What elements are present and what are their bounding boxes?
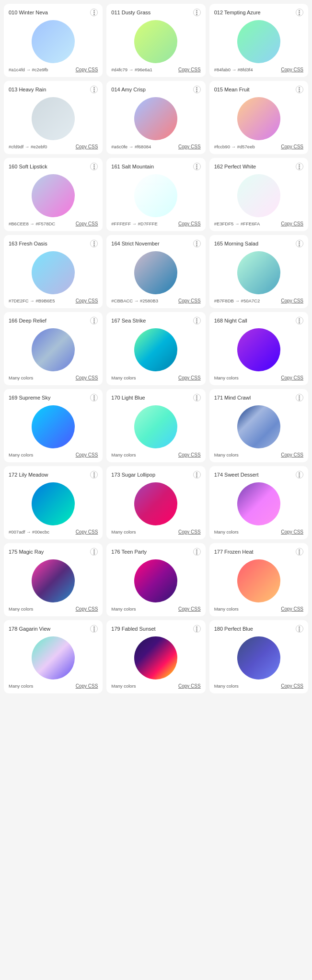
card-header-165: 165 Morning Salad <box>214 240 303 247</box>
gradient-circle-161 <box>134 174 177 217</box>
circle-wrap-174 <box>214 482 303 525</box>
gradient-circle-162 <box>237 174 280 217</box>
color-codes-163: #7DE2FC → #B9B6E5 <box>9 298 55 303</box>
copy-css-button-170[interactable]: Copy CSS <box>178 452 201 457</box>
copy-css-button-178[interactable]: Copy CSS <box>76 683 98 689</box>
copy-css-button-011[interactable]: Copy CSS <box>178 67 201 72</box>
many-colors-label-167: Many colors <box>111 375 136 380</box>
more-icon-179[interactable] <box>193 625 201 633</box>
copy-css-button-163[interactable]: Copy CSS <box>76 298 98 303</box>
more-icon-167[interactable] <box>193 317 201 324</box>
more-icon-166[interactable] <box>90 317 98 324</box>
card-170: 170 Light Blue Many colors Copy CSS <box>106 389 205 462</box>
more-icon-162[interactable] <box>296 163 303 170</box>
circle-wrap-014 <box>111 97 200 140</box>
copy-css-button-166[interactable]: Copy CSS <box>76 375 98 380</box>
card-179: 179 Fabled Sunset Many colors Copy CSS <box>106 620 205 693</box>
more-icon-165[interactable] <box>296 240 303 247</box>
card-162: 162 Perfect White #E3FDF5 → #FFE6FA Copy… <box>209 158 308 231</box>
color-codes-162: #E3FDF5 → #FFE6FA <box>214 221 260 226</box>
more-icon-161[interactable] <box>193 163 201 170</box>
copy-css-button-179[interactable]: Copy CSS <box>178 683 201 689</box>
card-header-015: 015 Mean Fruit <box>214 86 303 93</box>
card-footer-015: #fccb90 → #d57eeb Copy CSS <box>214 144 303 149</box>
card-title-163: 163 Fresh Oasis <box>9 241 47 246</box>
gradient-circle-010 <box>32 20 75 63</box>
copy-css-button-172[interactable]: Copy CSS <box>76 529 98 535</box>
circle-wrap-173 <box>111 482 200 525</box>
circle-wrap-015 <box>214 97 303 140</box>
circle-wrap-170 <box>111 405 200 448</box>
many-colors-label-176: Many colors <box>111 606 136 612</box>
circle-wrap-165 <box>214 251 303 294</box>
card-title-011: 011 Dusty Grass <box>111 10 150 15</box>
more-icon-169[interactable] <box>90 394 98 401</box>
card-header-171: 171 Mind Crawl <box>214 394 303 401</box>
card-header-175: 175 Magic Ray <box>9 548 98 556</box>
more-icon-168[interactable] <box>296 317 303 324</box>
gradient-circle-015 <box>237 97 280 140</box>
copy-css-button-161[interactable]: Copy CSS <box>178 221 201 226</box>
circle-wrap-163 <box>9 251 98 294</box>
card-172: 172 Lily Meadow #007adf → #00ecbc Copy C… <box>4 466 103 539</box>
more-icon-176[interactable] <box>193 548 201 556</box>
more-icon-010[interactable] <box>90 9 98 16</box>
copy-css-button-164[interactable]: Copy CSS <box>178 298 201 303</box>
color-codes-010: #a1c4fd → #c2e9fb <box>9 67 48 72</box>
card-footer-013: #cfd9df → #e2ebf0 Copy CSS <box>9 144 98 149</box>
more-icon-178[interactable] <box>90 625 98 633</box>
copy-css-button-015[interactable]: Copy CSS <box>281 144 303 149</box>
color-codes-012: #84fab0 → #8fd3f4 <box>214 67 253 72</box>
card-175: 175 Magic Ray Many colors Copy CSS <box>4 543 103 616</box>
card-footer-160: #B6CEE8 → #F578DC Copy CSS <box>9 221 98 226</box>
copy-css-button-012[interactable]: Copy CSS <box>281 67 303 72</box>
card-title-167: 167 Sea Strike <box>111 318 146 323</box>
copy-css-button-160[interactable]: Copy CSS <box>76 221 98 226</box>
copy-css-button-168[interactable]: Copy CSS <box>281 375 303 380</box>
more-icon-177[interactable] <box>296 548 303 556</box>
more-icon-013[interactable] <box>90 86 98 93</box>
card-footer-168: Many colors Copy CSS <box>214 375 303 380</box>
more-icon-011[interactable] <box>193 9 201 16</box>
copy-css-button-175[interactable]: Copy CSS <box>76 606 98 612</box>
more-icon-012[interactable] <box>296 9 303 16</box>
copy-css-button-013[interactable]: Copy CSS <box>76 144 98 149</box>
more-icon-015[interactable] <box>296 86 303 93</box>
copy-css-button-010[interactable]: Copy CSS <box>76 67 98 72</box>
gradient-circle-166 <box>32 328 75 371</box>
copy-css-button-177[interactable]: Copy CSS <box>281 606 303 612</box>
many-colors-label-179: Many colors <box>111 683 136 689</box>
more-icon-163[interactable] <box>90 240 98 247</box>
card-header-164: 164 Strict November <box>111 240 200 247</box>
copy-css-button-169[interactable]: Copy CSS <box>76 452 98 457</box>
more-icon-160[interactable] <box>90 163 98 170</box>
more-icon-174[interactable] <box>296 471 303 479</box>
card-176: 176 Teen Party Many colors Copy CSS <box>106 543 205 616</box>
copy-css-button-162[interactable]: Copy CSS <box>281 221 303 226</box>
more-icon-172[interactable] <box>90 471 98 479</box>
more-icon-173[interactable] <box>193 471 201 479</box>
copy-css-button-173[interactable]: Copy CSS <box>178 529 201 535</box>
card-footer-173: Many colors Copy CSS <box>111 529 200 535</box>
card-header-166: 166 Deep Relief <box>9 317 98 324</box>
more-icon-170[interactable] <box>193 394 201 401</box>
gradient-circle-180 <box>237 636 280 679</box>
more-icon-164[interactable] <box>193 240 201 247</box>
copy-css-button-180[interactable]: Copy CSS <box>281 683 303 689</box>
copy-css-button-176[interactable]: Copy CSS <box>178 606 201 612</box>
many-colors-label-173: Many colors <box>111 529 136 535</box>
copy-css-button-167[interactable]: Copy CSS <box>178 375 201 380</box>
more-icon-175[interactable] <box>90 548 98 556</box>
copy-css-button-165[interactable]: Copy CSS <box>281 298 303 303</box>
more-icon-171[interactable] <box>296 394 303 401</box>
gradient-circle-165 <box>237 251 280 294</box>
copy-css-button-171[interactable]: Copy CSS <box>281 452 303 457</box>
copy-css-button-014[interactable]: Copy CSS <box>178 144 201 149</box>
color-codes-164: #CBBACC → #2580B3 <box>111 298 158 303</box>
copy-css-button-174[interactable]: Copy CSS <box>281 529 303 535</box>
more-icon-014[interactable] <box>193 86 201 93</box>
card-header-168: 168 Night Call <box>214 317 303 324</box>
circle-wrap-179 <box>111 636 200 679</box>
more-icon-180[interactable] <box>296 625 303 633</box>
card-footer-161: #FFFEFF → #D7FFFE Copy CSS <box>111 221 200 226</box>
